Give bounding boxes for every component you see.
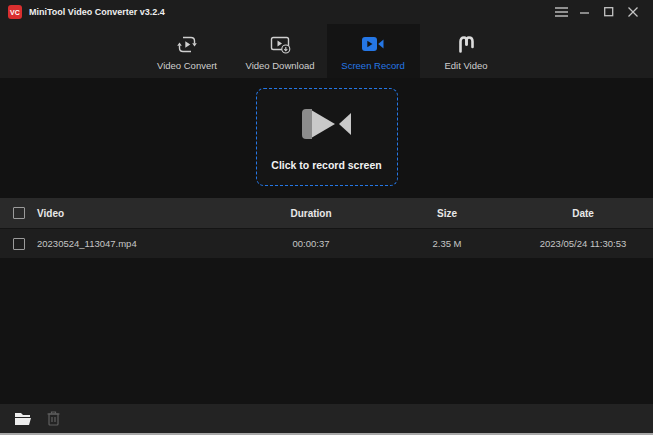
row-video-col: 20230524_113047.mp4 xyxy=(0,238,243,250)
record-icon xyxy=(361,33,385,55)
maximize-icon[interactable] xyxy=(597,0,621,24)
record-label: Click to record screen xyxy=(271,159,381,171)
tab-video-download[interactable]: Video Download xyxy=(234,24,327,78)
menu-icon[interactable] xyxy=(549,0,573,24)
titlebar: VC MiniTool Video Converter v3.2.4 xyxy=(0,0,653,24)
minimize-icon[interactable] xyxy=(573,0,597,24)
open-folder-icon[interactable] xyxy=(10,404,36,433)
tab-screen-record[interactable]: Screen Record xyxy=(327,24,420,78)
tabbar: Video Convert Video Download xyxy=(0,24,653,78)
header-size: Size xyxy=(379,208,515,219)
row-checkbox[interactable] xyxy=(13,238,25,250)
row-filename: 20230524_113047.mp4 xyxy=(37,238,137,249)
app-window: VC MiniTool Video Converter v3.2.4 xyxy=(0,0,653,435)
row-duration: 00:00:37 xyxy=(243,238,379,249)
tab-label: Edit Video xyxy=(444,60,487,71)
record-panel: Click to record screen xyxy=(0,78,653,198)
close-icon[interactable] xyxy=(621,0,645,24)
header-date: Date xyxy=(515,208,651,219)
tab-label: Video Download xyxy=(245,60,314,71)
tab-video-convert[interactable]: Video Convert xyxy=(141,24,234,78)
table-header: Video Duration Size Date xyxy=(0,198,653,228)
tab-label: Video Convert xyxy=(157,60,217,71)
table-row[interactable]: 20230524_113047.mp4 00:00:37 2.35 M 2023… xyxy=(0,228,653,258)
tab-label: Screen Record xyxy=(341,60,404,71)
header-duration: Duration xyxy=(243,208,379,219)
row-size: 2.35 M xyxy=(379,238,515,249)
bottom-toolbar xyxy=(0,404,653,433)
tab-edit-video[interactable]: Edit Video xyxy=(420,24,513,78)
row-date: 2023/05/24 11:30:53 xyxy=(515,238,651,249)
select-all-checkbox[interactable] xyxy=(13,207,25,219)
edit-icon xyxy=(456,33,477,55)
video-camera-icon xyxy=(298,104,356,148)
window-controls xyxy=(549,0,645,24)
list-empty-area xyxy=(0,258,653,404)
convert-icon xyxy=(175,33,199,55)
header-video: Video xyxy=(37,208,64,219)
header-video-col: Video xyxy=(0,207,243,219)
record-screen-button[interactable]: Click to record screen xyxy=(256,88,398,186)
download-icon xyxy=(268,33,292,55)
app-title: MiniTool Video Converter v3.2.4 xyxy=(29,7,165,17)
delete-icon[interactable] xyxy=(40,404,66,433)
app-logo-icon: VC xyxy=(8,5,22,19)
